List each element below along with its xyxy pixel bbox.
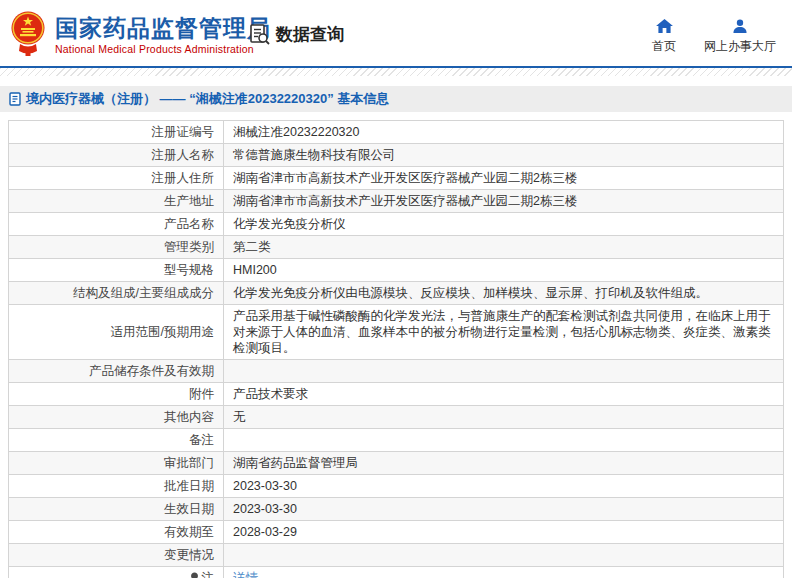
row-label-text: 型号规格 <box>164 263 214 277</box>
row-label: 产品储存条件及有效期 <box>9 360 224 383</box>
table-row: 审批部门湖南省药品监督管理局 <box>9 452 784 475</box>
row-label: 审批部门 <box>9 452 224 475</box>
row-label-text: 结构及组成/主要组成成分 <box>73 286 214 300</box>
row-value: 湖南省药品监督管理局 <box>224 452 784 475</box>
row-value: 2023-03-30 <box>224 475 784 498</box>
data-query-link[interactable]: 数据查询 <box>248 23 344 46</box>
nav-item-home[interactable]: 首页 <box>652 19 676 55</box>
table-row: 结构及组成/主要组成成分化学发光免疫分析仪由电源模块、反应模块、加样模块、显示屏… <box>9 282 784 305</box>
row-label: 附件 <box>9 383 224 406</box>
row-value: 湘械注准20232220320 <box>224 121 784 144</box>
table-row: 有效期至2028-03-29 <box>9 521 784 544</box>
table-row: 产品储存条件及有效期 <box>9 360 784 383</box>
nmpa-logo: 国家药品监督管理局 National Medical Products Admi… <box>10 9 271 57</box>
document-search-icon <box>248 23 271 46</box>
row-value <box>224 544 784 567</box>
row-label-text: 管理类别 <box>164 240 214 254</box>
row-label-text: 变更情况 <box>164 548 214 562</box>
row-value: 2028-03-29 <box>224 521 784 544</box>
row-label-text: 生产地址 <box>164 194 214 208</box>
table-row: 生效日期2023-03-30 <box>9 498 784 521</box>
table-row: 适用范围/预期用途产品采用基于碱性磷酸酶的化学发光法，与普施康生产的配套检测试剂… <box>9 305 784 360</box>
breadcrumb-text: 境内医疗器械（注册） —— “湘械注准20232220320” 基本信息 <box>26 90 389 108</box>
row-label-text: 有效期至 <box>164 525 214 539</box>
nav-item-label: 首页 <box>652 38 676 55</box>
row-value: HMI200 <box>224 259 784 282</box>
org-name-en: National Medical Products Administration <box>55 43 271 55</box>
row-label-text: 注册证编号 <box>152 125 215 139</box>
row-label: 批准日期 <box>9 475 224 498</box>
row-label-text: 注册人名称 <box>152 148 215 162</box>
row-label: 型号规格 <box>9 259 224 282</box>
row-value: 湖南省津市市高新技术产业开发区医疗器械产业园二期2栋三楼 <box>224 167 784 190</box>
header-hatch-strip <box>0 68 792 76</box>
document-icon <box>9 92 21 106</box>
details-link[interactable]: 详情 <box>233 571 258 578</box>
row-label-text: 产品储存条件及有效期 <box>89 364 214 378</box>
row-value: 详情 <box>224 567 784 578</box>
table-row: 产品名称化学发光免疫分析仪 <box>9 213 784 236</box>
table-row: 注册人名称常德普施康生物科技有限公司 <box>9 144 784 167</box>
table-row: 变更情况 <box>9 544 784 567</box>
row-label: 产品名称 <box>9 213 224 236</box>
table-row: 注册证编号湘械注准20232220320 <box>9 121 784 144</box>
row-label: 生产地址 <box>9 190 224 213</box>
national-emblem-icon <box>10 9 46 57</box>
detail-table: 注册证编号湘械注准20232220320注册人名称常德普施康生物科技有限公司注册… <box>8 120 784 578</box>
row-label-text: 注 <box>202 571 215 578</box>
table-row: 型号规格HMI200 <box>9 259 784 282</box>
nav-item-service-hall[interactable]: 网上办事大厅 <box>704 19 776 55</box>
row-label-text: 审批部门 <box>164 456 214 470</box>
row-value: 第二类 <box>224 236 784 259</box>
row-label: 适用范围/预期用途 <box>9 305 224 360</box>
row-label: 生效日期 <box>9 498 224 521</box>
row-label: 注册证编号 <box>9 121 224 144</box>
table-row: 注册人住所湖南省津市市高新技术产业开发区医疗器械产业园二期2栋三楼 <box>9 167 784 190</box>
row-label: 有效期至 <box>9 521 224 544</box>
table-row: 批准日期2023-03-30 <box>9 475 784 498</box>
detail-table-body: 注册证编号湘械注准20232220320注册人名称常德普施康生物科技有限公司注册… <box>9 121 784 578</box>
row-label: 注册人住所 <box>9 167 224 190</box>
row-label-text: 适用范围/预期用途 <box>111 325 214 339</box>
org-names: 国家药品监督管理局 National Medical Products Admi… <box>55 9 271 55</box>
home-icon <box>656 19 673 34</box>
breadcrumb: 境内医疗器械（注册） —— “湘械注准20232220320” 基本信息 <box>0 86 792 112</box>
table-row: 注详情 <box>9 567 784 578</box>
row-value: 2023-03-30 <box>224 498 784 521</box>
row-label-text: 产品名称 <box>164 217 214 231</box>
data-query-label: 数据查询 <box>276 23 344 46</box>
pin-icon <box>190 572 199 578</box>
table-row: 生产地址湖南省津市市高新技术产业开发区医疗器械产业园二期2栋三楼 <box>9 190 784 213</box>
registration-detail: 注册证编号湘械注准20232220320注册人名称常德普施康生物科技有限公司注册… <box>8 120 784 578</box>
row-label: 备注 <box>9 429 224 452</box>
row-value: 化学发光免疫分析仪 <box>224 213 784 236</box>
row-label: 其他内容 <box>9 406 224 429</box>
table-row: 其他内容无 <box>9 406 784 429</box>
row-label-text: 其他内容 <box>164 410 214 424</box>
row-label-text: 注册人住所 <box>152 171 215 185</box>
row-label-text: 备注 <box>189 433 214 447</box>
row-label: 注册人名称 <box>9 144 224 167</box>
row-value: 化学发光免疫分析仪由电源模块、反应模块、加样模块、显示屏、打印机及软件组成。 <box>224 282 784 305</box>
row-value <box>224 360 784 383</box>
person-icon <box>732 19 748 34</box>
row-value <box>224 429 784 452</box>
row-value: 常德普施康生物科技有限公司 <box>224 144 784 167</box>
row-value: 无 <box>224 406 784 429</box>
row-value: 湖南省津市市高新技术产业开发区医疗器械产业园二期2栋三楼 <box>224 190 784 213</box>
row-label: 结构及组成/主要组成成分 <box>9 282 224 305</box>
row-label-text: 附件 <box>189 387 214 401</box>
row-label: 注 <box>9 567 224 578</box>
table-row: 备注 <box>9 429 784 452</box>
org-name-cn: 国家药品监督管理局 <box>55 15 271 41</box>
site-header: 国家药品监督管理局 National Medical Products Admi… <box>0 0 792 68</box>
row-label: 管理类别 <box>9 236 224 259</box>
nav-item-label: 网上办事大厅 <box>704 38 776 55</box>
row-value: 产品技术要求 <box>224 383 784 406</box>
table-row: 附件产品技术要求 <box>9 383 784 406</box>
row-label-text: 批准日期 <box>164 479 214 493</box>
row-label-text: 生效日期 <box>164 502 214 516</box>
table-row: 管理类别第二类 <box>9 236 784 259</box>
row-label: 变更情况 <box>9 544 224 567</box>
row-value: 产品采用基于碱性磷酸酶的化学发光法，与普施康生产的配套检测试剂盘共同使用，在临床… <box>224 305 784 360</box>
